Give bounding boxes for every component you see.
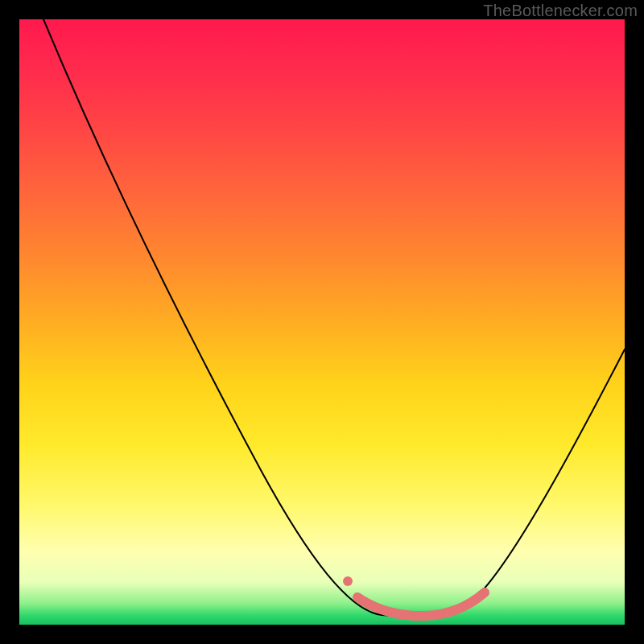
watermark-text: TheBottlenecker.com [483,2,638,20]
curve-svg [19,19,625,625]
plot-area [19,19,625,625]
chart-frame: TheBottlenecker.com [0,0,644,644]
optimal-range-start-dot [343,576,353,586]
bottleneck-curve [43,19,625,617]
optimal-range-highlight [357,592,485,616]
